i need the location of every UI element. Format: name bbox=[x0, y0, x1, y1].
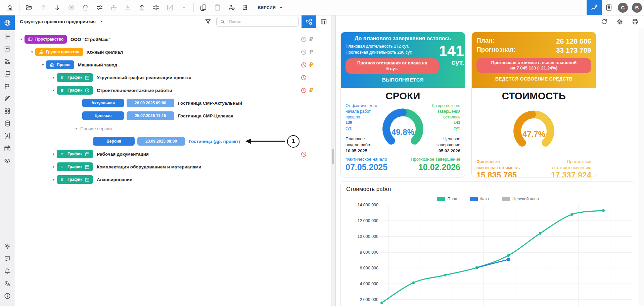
toolbar-collapse-arrows-button[interactable] bbox=[149, 1, 163, 14]
sidebar-item-text-variable[interactable] bbox=[0, 130, 15, 142]
toolbar-paste-button[interactable] bbox=[210, 1, 224, 14]
sidebar-item-globe[interactable] bbox=[0, 15, 15, 30]
tree-row[interactable]: ГрафикРабочая документация bbox=[15, 148, 331, 160]
sidebar-item-calendar[interactable] bbox=[0, 142, 15, 154]
toolbar-unarchive-button[interactable] bbox=[106, 1, 121, 14]
map-icon bbox=[28, 37, 33, 42]
toolbar-passport-button[interactable] bbox=[602, 1, 616, 14]
toolbar-right-group: CB bbox=[587, 0, 644, 15]
toolbar-home-button[interactable] bbox=[3, 1, 17, 14]
avatar-c[interactable]: C bbox=[618, 3, 628, 13]
expand-caret-right-icon[interactable] bbox=[50, 165, 57, 169]
print-button[interactable] bbox=[628, 16, 642, 28]
add-circle-icon bbox=[67, 4, 75, 11]
dashboard-body: До планового завершения осталось Планова… bbox=[336, 28, 644, 306]
sidebar-item-info[interactable] bbox=[0, 290, 15, 302]
toolbar-copy-button[interactable] bbox=[196, 1, 210, 14]
tree-row[interactable]: ПространствоООО "СтройМаш"₽ bbox=[15, 33, 331, 46]
expand-caret-down-icon[interactable] bbox=[39, 63, 46, 67]
settings-button[interactable] bbox=[612, 16, 627, 28]
item-name[interactable]: Строительно-монтажные работы bbox=[97, 88, 172, 93]
vertical-scrollbar[interactable] bbox=[639, 28, 644, 306]
sidebar-item-chart-histogram[interactable] bbox=[0, 55, 15, 67]
toolbar-sliders-button[interactable] bbox=[92, 1, 106, 14]
chevron-down-icon bbox=[100, 20, 103, 23]
toolbar-user-settings-button[interactable] bbox=[224, 1, 238, 14]
sidebar-item-outline-list[interactable] bbox=[0, 30, 15, 43]
type-badge-label: Группа проектов bbox=[46, 50, 80, 54]
type-badge-label: График bbox=[67, 75, 82, 80]
tree-row[interactable]: Версия23.09.2025 08:00Гостиница (др. про… bbox=[15, 135, 331, 148]
structure-selector-label: Структура проектов предприятия bbox=[20, 19, 96, 24]
bell-icon bbox=[4, 267, 11, 275]
legend-label: Факт bbox=[480, 197, 489, 201]
sidebar-item-eye[interactable] bbox=[0, 154, 15, 167]
toolbar-caret-down-small-button[interactable] bbox=[177, 1, 191, 14]
avatar-b[interactable]: B bbox=[632, 3, 642, 13]
toolbar-arrow-down-button[interactable] bbox=[50, 1, 64, 14]
toolbar-trash-button[interactable] bbox=[78, 1, 92, 14]
legend-item-целевой-план[interactable]: Целевой план bbox=[500, 195, 541, 203]
toolbar-upload-from-line-button[interactable] bbox=[135, 1, 149, 14]
item-name[interactable]: Рабочая документация bbox=[97, 152, 149, 157]
item-name[interactable]: Южный филиал bbox=[87, 50, 123, 55]
tree-row[interactable]: ПроектМашинный завод₽ bbox=[15, 58, 331, 71]
item-name[interactable]: Машинный завод bbox=[78, 62, 117, 67]
expand-caret-down-icon[interactable] bbox=[73, 126, 80, 131]
item-name[interactable]: Комплектация оборудованием и материалами bbox=[97, 164, 201, 169]
toolbar-checkbox-button[interactable] bbox=[163, 1, 177, 14]
toolbar-export-button[interactable] bbox=[238, 1, 252, 14]
filter-button[interactable] bbox=[201, 16, 215, 28]
arrow-up-icon bbox=[39, 4, 47, 11]
legend-item-план[interactable]: План bbox=[435, 195, 459, 203]
toolbar-add-circle-button[interactable] bbox=[64, 1, 78, 14]
type-badge-label: Проект bbox=[57, 62, 71, 67]
item-name-link[interactable]: Гостиница (др. проект) bbox=[189, 139, 240, 144]
sidebar-item-hatch-lines[interactable] bbox=[0, 92, 15, 105]
search-input[interactable] bbox=[228, 19, 295, 24]
item-name[interactable]: Гостиница СМР-Актуальный bbox=[178, 101, 242, 106]
other-versions-label[interactable]: Прочие версии bbox=[80, 126, 112, 131]
item-name[interactable]: Авансирование bbox=[97, 177, 132, 182]
deadline-clock-icon bbox=[301, 151, 307, 157]
legend-item-факт[interactable]: Факт bbox=[468, 195, 491, 203]
tree-row[interactable]: ГрафикКомплектация оборудованием и матер… bbox=[15, 160, 331, 173]
sidebar-item-grid-squares[interactable] bbox=[0, 105, 15, 117]
sidebar-item-flag[interactable] bbox=[0, 80, 15, 92]
toolbar-analytics-button[interactable] bbox=[587, 0, 602, 15]
tree-row[interactable]: Целевая25.07.2025 11:15Гостиница СМР-Цел… bbox=[15, 109, 331, 122]
tree-row[interactable]: Актуальная26.09.2025 09:00Гостиница СМР-… bbox=[15, 97, 331, 109]
item-name[interactable]: Гостиница СМР-Целевая bbox=[178, 113, 233, 118]
board-card-icon bbox=[4, 45, 11, 53]
expand-caret-right-icon[interactable] bbox=[50, 177, 57, 182]
tree-row[interactable]: ГрафикСтроительно-монтажные работы₽ bbox=[15, 84, 331, 97]
splitter-handle[interactable] bbox=[332, 149, 334, 164]
sidebar-item-database[interactable] bbox=[0, 117, 15, 130]
sidebar-item-comment[interactable] bbox=[0, 252, 15, 265]
expand-caret-down-icon[interactable] bbox=[18, 37, 25, 42]
tree-row[interactable]: Группа проектовЮжный филиал₽ bbox=[15, 46, 331, 58]
sidebar-item-bell[interactable] bbox=[0, 265, 15, 277]
toolbar-open-folder-button[interactable] bbox=[22, 1, 36, 14]
sidebar-item-translate[interactable] bbox=[0, 277, 15, 290]
version-dropdown[interactable]: ВЕРСИЯ bbox=[258, 5, 283, 10]
expand-caret-down-icon[interactable] bbox=[29, 50, 35, 54]
expand-caret-down-icon[interactable] bbox=[50, 88, 57, 93]
tree-view-button[interactable] bbox=[302, 15, 316, 28]
toolbar-arrow-up-button[interactable] bbox=[36, 1, 50, 14]
refresh-button[interactable] bbox=[597, 16, 611, 28]
item-name[interactable]: Укрупненный график реализации проекта bbox=[97, 75, 191, 80]
toolbar-download-to-line-button[interactable] bbox=[121, 1, 135, 14]
tree-row[interactable]: ГрафикАвансирование bbox=[15, 173, 331, 186]
expand-caret-right-icon[interactable] bbox=[50, 152, 57, 156]
panel-splitter[interactable] bbox=[331, 15, 336, 306]
expand-caret-right-icon[interactable] bbox=[50, 75, 57, 80]
item-name[interactable]: ООО "СтройМаш" bbox=[71, 37, 110, 42]
tree-row[interactable]: Прочие версии bbox=[15, 122, 331, 135]
table-view-button[interactable] bbox=[316, 15, 331, 28]
tree-row[interactable]: ГрафикУкрупненный график реализации прое… bbox=[15, 71, 331, 84]
structure-selector[interactable]: Структура проектов предприятия bbox=[20, 19, 103, 24]
sidebar-item-windows[interactable] bbox=[0, 67, 15, 80]
sidebar-item-brightness[interactable] bbox=[0, 240, 15, 252]
sidebar-item-board-card[interactable] bbox=[0, 43, 15, 55]
